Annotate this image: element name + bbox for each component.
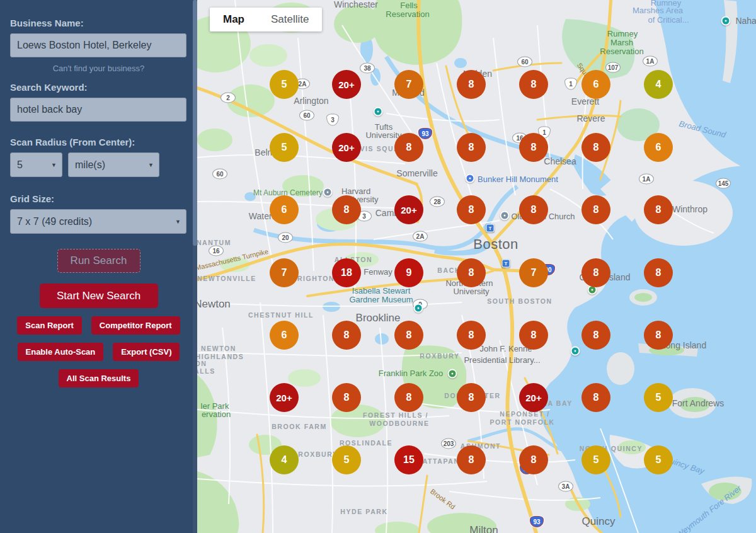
grid-marker[interactable]: 5 xyxy=(644,445,673,474)
grid-marker[interactable]: 5 xyxy=(332,445,361,474)
map-canvas[interactable]: WinchesterArlingtonMedfordMaldenEverettR… xyxy=(197,0,756,533)
grid-marker[interactable]: 8 xyxy=(519,70,548,99)
satellite-view-button[interactable]: Satellite xyxy=(258,8,322,32)
grid-marker[interactable]: 8 xyxy=(581,321,610,350)
grid-marker[interactable]: 20+ xyxy=(394,195,423,224)
grid-marker[interactable]: 20+ xyxy=(519,383,548,412)
grid-marker[interactable]: 18 xyxy=(332,258,361,287)
library-pin xyxy=(571,347,580,356)
map-label: Reservation xyxy=(386,9,429,19)
competitor-report-button[interactable]: Competitor Report xyxy=(91,316,180,335)
grid-marker[interactable]: 4 xyxy=(644,70,673,99)
map-label: NEWTONVILLE xyxy=(197,275,256,282)
route-shield-107: 107 xyxy=(605,62,621,73)
route-shield-1A: 1A xyxy=(643,56,658,67)
grid-marker[interactable]: 8 xyxy=(457,383,486,412)
map-label: NEPONSET / xyxy=(500,410,550,418)
grid-marker[interactable]: 8 xyxy=(457,258,486,287)
cant-find-business-link[interactable]: Can't find your business? xyxy=(10,64,187,73)
grid-marker[interactable]: 8 xyxy=(457,195,486,224)
zoo-pin xyxy=(448,369,457,379)
grid-marker[interactable]: 8 xyxy=(519,133,548,162)
route-shield-2A: 2A xyxy=(413,231,428,242)
grid-marker[interactable]: 8 xyxy=(581,383,610,412)
search-keyword-input[interactable] xyxy=(10,98,186,122)
grid-marker[interactable]: 8 xyxy=(457,445,486,474)
map-label: of Critical... xyxy=(648,15,689,25)
radius-unit-select[interactable]: mile(s) ▼ xyxy=(68,152,159,177)
grid-marker[interactable]: 8 xyxy=(394,383,423,412)
all-scan-results-button[interactable]: All Scan Results xyxy=(59,369,139,387)
beach-pin xyxy=(721,16,731,26)
grid-marker[interactable]: 8 xyxy=(581,133,610,162)
grid-marker[interactable]: 20+ xyxy=(270,383,299,412)
map-label: ROXBURY xyxy=(420,352,459,360)
grid-marker[interactable]: 8 xyxy=(457,321,486,350)
grid-marker[interactable]: 7 xyxy=(394,70,423,99)
grid-marker[interactable]: 8 xyxy=(644,321,673,350)
scrollbar-thumb[interactable] xyxy=(193,0,197,246)
map-label: Marsh xyxy=(610,38,633,47)
grid-marker[interactable]: 8 xyxy=(644,258,673,287)
map-label: HYDE PARK xyxy=(340,508,387,515)
grid-marker[interactable]: 5 xyxy=(644,383,673,412)
grid-marker[interactable]: 8 xyxy=(519,445,548,474)
grid-marker[interactable]: 8 xyxy=(332,383,361,412)
map-label: Isabella Stewart xyxy=(352,286,411,295)
grid-marker[interactable]: 15 xyxy=(394,445,423,474)
grid-marker[interactable]: 7 xyxy=(270,258,299,287)
map-label: Nahant xyxy=(735,16,756,26)
grid-marker[interactable]: 6 xyxy=(581,70,610,99)
map-label: Quincy xyxy=(582,515,616,528)
map-label: Boston xyxy=(473,236,518,253)
map-label: SOUTH BOSTON xyxy=(487,297,553,305)
map-label: Chelsea xyxy=(544,156,576,166)
grid-marker[interactable]: 4 xyxy=(270,445,299,474)
grid-marker[interactable]: 9 xyxy=(394,258,423,287)
grid-marker[interactable]: 6 xyxy=(270,321,299,350)
route-shield-60: 60 xyxy=(299,110,314,121)
grid-marker[interactable]: 6 xyxy=(644,133,673,162)
grid-marker[interactable]: 5 xyxy=(270,70,299,99)
grid-marker[interactable]: 5 xyxy=(270,133,299,162)
grid-marker[interactable]: 8 xyxy=(519,321,548,350)
map-label: University xyxy=(365,130,401,140)
map-label: Brookline xyxy=(356,312,401,324)
grid-marker[interactable]: 20+ xyxy=(332,133,361,162)
grid-marker[interactable]: 8 xyxy=(644,195,673,224)
map-view-button[interactable]: Map xyxy=(210,8,258,32)
sidebar-scrollbar[interactable] xyxy=(193,0,197,533)
grid-marker[interactable]: 8 xyxy=(457,70,486,99)
grid-marker[interactable]: 6 xyxy=(270,195,299,224)
map-label: Milton xyxy=(469,524,498,533)
business-name-input[interactable] xyxy=(10,33,186,57)
grid-marker[interactable]: 5 xyxy=(581,445,610,474)
run-search-button[interactable]: Run Search xyxy=(57,249,140,273)
map-label: Marshes Area xyxy=(633,6,683,15)
grid-marker[interactable]: 8 xyxy=(394,133,423,162)
export-csv-button[interactable]: Export (CSV) xyxy=(113,343,180,361)
grid-marker[interactable]: 8 xyxy=(581,258,610,287)
grid-marker[interactable]: 8 xyxy=(394,321,423,350)
map-label: PORT NORFOLK xyxy=(490,418,554,426)
grid-marker[interactable]: 8 xyxy=(581,195,610,224)
grid-size-select[interactable]: 7 x 7 (49 credits) ▼ xyxy=(10,209,186,234)
grid-marker[interactable]: 20+ xyxy=(332,70,361,99)
grid-marker[interactable]: 8 xyxy=(332,195,361,224)
local-rank-grid-app: Business Name: Can't find your business?… xyxy=(0,0,756,533)
map-label: Reservation xyxy=(600,47,643,56)
grid-marker[interactable]: 7 xyxy=(519,258,548,287)
grid-marker[interactable]: 8 xyxy=(519,195,548,224)
start-new-search-button[interactable]: Start New Search xyxy=(40,284,158,308)
grid-marker[interactable]: 8 xyxy=(332,321,361,350)
map-label: Newton xyxy=(197,298,231,311)
radius-value-select[interactable]: 5 ▼ xyxy=(10,152,62,177)
map-label: Winchester xyxy=(334,0,378,9)
route-shield-16: 16 xyxy=(209,246,224,256)
enable-auto-scan-button[interactable]: Enable Auto-Scan xyxy=(18,343,104,361)
scan-report-button[interactable]: Scan Report xyxy=(17,316,82,335)
grid-marker[interactable]: 8 xyxy=(457,133,486,162)
chevron-down-icon: ▼ xyxy=(175,219,181,225)
map-label: Rumney xyxy=(607,29,638,38)
map-label: CHESTNUT HILL xyxy=(248,311,314,319)
